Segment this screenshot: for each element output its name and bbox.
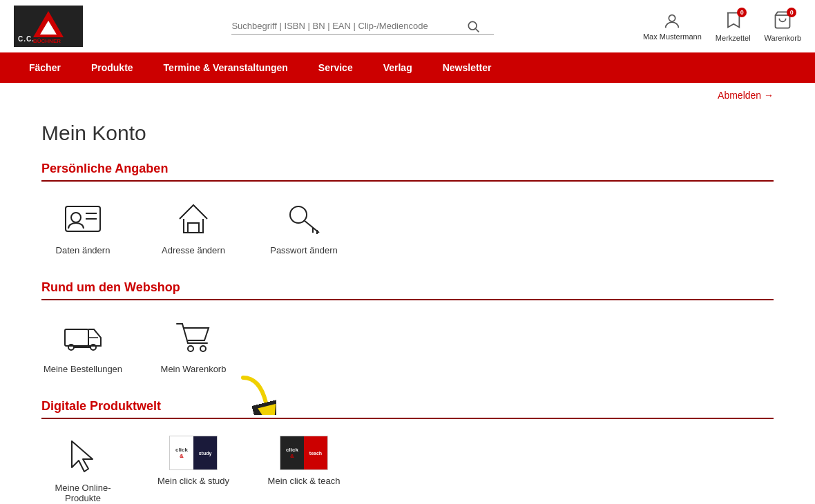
truck-icon [62, 317, 104, 358]
nav-item-verlag[interactable]: Verlag [368, 52, 428, 83]
main-content: Mein Konto Persönliche Angaben Daten änd… [0, 101, 815, 504]
bestellungen-button[interactable]: Meine Bestellungen [41, 317, 124, 374]
section-title-webshop: Rund um den Webshop [41, 280, 774, 295]
page-title: Mein Konto [41, 122, 774, 145]
svg-point-2 [669, 15, 675, 21]
daten-aendern-button[interactable]: Daten ändern [41, 198, 124, 255]
search-input[interactable] [231, 18, 466, 34]
merkzettel-badge: 0 [737, 8, 747, 17]
warenkorb-label: Warenkorb [765, 34, 801, 42]
click-study-button[interactable]: click & study Mein click & study [152, 436, 235, 486]
section-persoenliche: Persönliche Angaben Daten ändern [41, 162, 774, 255]
click-teach-button[interactable]: click & teach Mein click & teach [262, 436, 345, 486]
nav-bar: Fächer Produkte Termine & Veranstaltunge… [0, 52, 815, 83]
warenkorb-button[interactable]: 0 Warenkorb [765, 10, 801, 42]
user-account-button[interactable]: Max Mustermann [643, 12, 702, 41]
nav-item-termine[interactable]: Termine & Veranstaltungen [148, 52, 303, 83]
logo[interactable]: C.C. BÜCHNER [14, 6, 83, 47]
user-icons-area: Max Mustermann 0 Merkzettel 0 Wa [643, 10, 801, 42]
search-area [83, 18, 643, 35]
header: C.C. BÜCHNER Max Mustermann [0, 0, 815, 52]
online-produkte-button[interactable]: Meine Online-Produkte [41, 436, 124, 503]
section-digital: Digitale Produktwelt Meine Online-Produk… [41, 399, 774, 503]
section-title-digital: Digitale Produktwelt [41, 399, 774, 414]
id-card-icon [62, 198, 104, 240]
click-study-label: Mein click & study [157, 476, 229, 486]
nav-item-produkte[interactable]: Produkte [76, 52, 148, 83]
daten-aendern-label: Daten ändern [56, 245, 111, 255]
logout-row: Abmelden → [0, 83, 815, 101]
click-teach-icon: click & teach [280, 436, 328, 470]
user-name-label: Max Mustermann [643, 32, 702, 41]
logout-button[interactable]: Abmelden → [718, 90, 774, 101]
search-icon[interactable] [466, 19, 480, 33]
section-webshop: Rund um den Webshop Meine Bestellungen [41, 280, 774, 374]
nav-item-service[interactable]: Service [303, 52, 368, 83]
section-divider-webshop [41, 299, 774, 300]
merkzettel-label: Merkzettel [716, 34, 751, 42]
section-divider-digital [41, 418, 774, 419]
nav-item-faecher[interactable]: Fächer [14, 52, 76, 83]
search-box[interactable] [231, 18, 494, 35]
cursor-icon [62, 436, 104, 477]
house-icon [173, 198, 214, 240]
digital-grid: Meine Online-Produkte click & study Mein… [41, 436, 774, 503]
persoenliche-grid: Daten ändern Adresse ändern [41, 198, 774, 255]
svg-point-18 [188, 346, 193, 351]
yellow-arrow [235, 374, 276, 418]
warenkorb-item-button[interactable]: Mein Warenkorb [152, 317, 235, 374]
nav-item-newsletter[interactable]: Newsletter [428, 52, 507, 83]
click-study-icon: click & study [169, 436, 218, 470]
webshop-grid: Meine Bestellungen Mein Warenkorb [41, 317, 774, 374]
section-divider-persoenliche [41, 180, 774, 182]
section-title-persoenliche: Persönliche Angaben [41, 162, 774, 176]
adresse-aendern-label: Adresse ändern [162, 245, 225, 255]
svg-point-0 [469, 21, 477, 30]
svg-rect-13 [65, 329, 88, 346]
passwort-aendern-label: Passwort ändern [270, 245, 338, 255]
adresse-aendern-button[interactable]: Adresse ändern [152, 198, 235, 255]
svg-point-19 [200, 346, 206, 351]
passwort-aendern-button[interactable]: Passwort ändern [262, 198, 345, 255]
online-produkte-label: Meine Online-Produkte [41, 483, 124, 503]
key-icon [283, 198, 325, 240]
warenkorb-badge: 0 [787, 8, 796, 17]
bestellungen-label: Meine Bestellungen [44, 364, 122, 374]
svg-line-1 [476, 28, 479, 32]
svg-point-5 [71, 213, 81, 222]
warenkorb-item-label: Mein Warenkorb [161, 364, 227, 374]
click-teach-label: Mein click & teach [268, 476, 341, 486]
merkzettel-button[interactable]: 0 Merkzettel [716, 10, 751, 42]
svg-rect-8 [188, 223, 199, 233]
cart-icon [173, 317, 214, 358]
